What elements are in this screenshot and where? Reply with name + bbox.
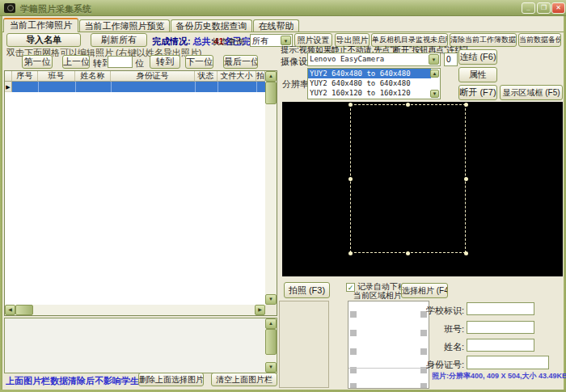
grid-line [111, 82, 112, 92]
film-sprocket [350, 348, 357, 355]
column-header-status[interactable]: 状态 [195, 71, 218, 82]
grid-line [195, 82, 196, 92]
table-hscroll-thumb[interactable] [15, 305, 33, 315]
resolution-label: 分辨率 [282, 78, 309, 91]
video-preview[interactable] [282, 102, 563, 276]
capture-region-rect[interactable] [350, 104, 466, 253]
photo-preview-box [279, 301, 329, 388]
goto-button[interactable]: 转到 [150, 55, 180, 69]
capture-button[interactable]: 拍照 (F3) [284, 282, 330, 298]
minimize-button[interactable]: _ [522, 2, 535, 14]
resize-handle[interactable] [406, 103, 410, 107]
grid-line [218, 82, 218, 92]
column-header-capture-time[interactable]: 拍摄时间 [256, 71, 265, 82]
scroll-down-icon[interactable]: ▼ [265, 362, 277, 373]
delete-selected-image-button[interactable]: 删除上面选择图片 [138, 373, 204, 386]
scroll-left-icon[interactable]: ◀ [5, 305, 15, 315]
photo-info-text: 照片:分辨率400, 409 X 504,大小 43.49KB [432, 371, 566, 381]
school-id-label: 学校标识: [404, 305, 464, 317]
scroll-up-icon[interactable]: ▲ [430, 70, 439, 78]
properties-button[interactable]: 属性 [458, 67, 497, 82]
goto-unit-label: 位 [135, 57, 144, 70]
image-bar-panel[interactable]: ▲ ▼ [4, 318, 277, 373]
resize-handle[interactable] [464, 103, 468, 107]
data-backup-button[interactable]: 当前数据备份 [518, 33, 561, 47]
column-header-index[interactable]: 序号 [12, 71, 38, 82]
status-query-label: 状态查询: [212, 36, 247, 48]
close-button[interactable]: ✕ [551, 2, 565, 14]
total-label: 总共: [193, 36, 214, 46]
student-name-input[interactable] [467, 339, 534, 352]
show-region-frame-button[interactable]: 显示区域框 (F5) [500, 85, 563, 100]
tab-current-workbook-photos[interactable]: 当前工作簿照片 [3, 18, 78, 32]
app-window: 学籍照片采集系统 _ ❐ ✕ 当前工作簿照片 当前工作簿照片预览 备份历史数据查… [0, 0, 566, 392]
prev-record-button[interactable]: 上一位 [62, 55, 90, 69]
first-record-button[interactable]: 第一位 [22, 55, 53, 69]
selected-table-row[interactable] [12, 82, 265, 92]
film-sprocket [420, 383, 427, 389]
student-name-label: 姓名: [404, 341, 464, 353]
film-sprocket [350, 383, 357, 389]
grid-line [38, 82, 39, 92]
refresh-all-button[interactable]: 刷新所有 [91, 33, 147, 47]
id-number-label: 身份证号: [400, 359, 464, 371]
class-number-label: 班号: [404, 323, 464, 335]
column-header-class[interactable]: 班号 [38, 71, 75, 82]
window-title: 学籍照片采集系统 [20, 3, 91, 15]
resize-handle[interactable] [348, 103, 353, 107]
resize-handle[interactable] [464, 251, 468, 255]
class-number-input[interactable] [467, 321, 534, 334]
last-record-button[interactable]: 最后一位 [223, 55, 258, 69]
tab-backup-history-query[interactable]: 备份历史数据查询 [171, 19, 252, 32]
film-sprocket [350, 330, 357, 336]
scroll-up-icon[interactable]: ▲ [265, 71, 277, 82]
tab-online-help[interactable]: 在线帮助 [253, 19, 299, 32]
table-hscrollbar[interactable] [5, 305, 265, 315]
scroll-right-icon[interactable]: ▶ [255, 305, 265, 315]
scroll-down-icon[interactable]: ▼ [265, 294, 277, 305]
film-sprocket [350, 311, 357, 318]
tab-strip-divider [2, 32, 564, 32]
status-query-value: 所有 [252, 36, 280, 45]
row-header-column [5, 71, 12, 82]
completion-status-label: 完成情况: [152, 36, 191, 46]
resize-handle[interactable] [464, 177, 468, 181]
scroll-down-icon[interactable]: ▼ [430, 90, 439, 98]
current-row-marker: ▶ [5, 82, 12, 92]
region-photo-label: 当前区域相片 [353, 290, 402, 301]
resolution-listbox[interactable]: YUY2 640x480 to 640x480 YUY2 640x480 to … [307, 68, 441, 99]
resize-handle[interactable] [348, 177, 353, 181]
connect-button[interactable]: 连结 (F6) [458, 49, 497, 65]
column-header-id-number[interactable]: 身份证号 [111, 71, 195, 82]
table-vscrollbar[interactable] [265, 71, 277, 305]
id-number-input[interactable] [467, 356, 549, 369]
title-bar[interactable]: 学籍照片采集系统 _ ❐ ✕ [0, 0, 566, 16]
camera-app-icon [4, 3, 15, 13]
imagebar-vscroll-thumb[interactable] [265, 329, 277, 355]
clear-image-bar-button[interactable]: 清空上面图片栏 [211, 373, 277, 386]
scroll-up-icon[interactable]: ▲ [265, 318, 277, 329]
goto-position-input[interactable] [108, 56, 133, 68]
grid-line [75, 82, 76, 92]
grid-line [256, 82, 257, 92]
resize-handle[interactable] [406, 251, 410, 255]
select-photo-button[interactable]: 选择相片 (F4) [401, 283, 448, 298]
column-header-filesize[interactable]: 文件大小 [218, 71, 256, 82]
student-table[interactable]: 序号 班号 姓名称 身份证号 状态 文件大小 拍摄时间 ▶ ▲ ▼ ◀ ▶ [4, 70, 277, 316]
scroll-corner [265, 305, 277, 315]
chevron-down-icon[interactable]: ▼ [429, 54, 439, 65]
import-list-button[interactable]: 导入名单 [6, 33, 81, 47]
resize-handle[interactable] [348, 251, 353, 255]
resolution-option[interactable]: YUY2 160x120 to 160x120 [308, 88, 431, 98]
resolution-option[interactable]: YUY2 640x480 to 640x480 [308, 78, 431, 88]
camera-select[interactable]: Lenovo EasyCamera ▼ [307, 53, 441, 66]
camera-index-input[interactable] [444, 53, 458, 66]
resolution-option-selected[interactable]: YUY2 640x480 to 640x480 [308, 69, 431, 78]
school-id-input[interactable] [467, 302, 534, 315]
column-header-name[interactable]: 姓名称 [75, 71, 111, 82]
disconnect-button[interactable]: 断开 (F7) [458, 85, 497, 100]
tab-current-workbook-preview[interactable]: 当前工作簿照片预览 [79, 19, 170, 32]
maximize-button[interactable]: ❐ [537, 2, 551, 14]
table-vscroll-thumb[interactable] [265, 82, 277, 104]
next-record-button[interactable]: 下一位 [185, 55, 213, 69]
